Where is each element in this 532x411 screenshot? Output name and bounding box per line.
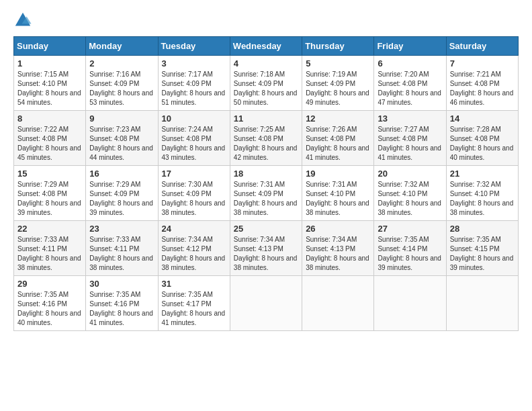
day-number: 13 [378,113,442,124]
day-info: Sunrise: 7:24 AMSunset: 4:08 PMDaylight:… [162,125,226,163]
day-number: 4 [234,58,298,68]
day-info: Sunrise: 7:20 AMSunset: 4:08 PMDaylight:… [378,70,442,107]
day-info: Sunrise: 7:31 AMSunset: 4:09 PMDaylight:… [234,180,298,218]
day-number: 14 [450,113,515,124]
day-info: Sunrise: 7:28 AMSunset: 4:08 PMDaylight:… [450,125,515,163]
calendar-table: SundayMondayTuesdayWednesdayThursdayFrid… [13,36,519,331]
calendar-cell: 3Sunrise: 7:17 AMSunset: 4:09 PMDaylight… [158,56,230,111]
day-info: Sunrise: 7:35 AMSunset: 4:16 PMDaylight:… [17,290,82,328]
calendar-cell: 21Sunrise: 7:32 AMSunset: 4:10 PMDayligh… [446,166,518,221]
calendar-header-wednesday: Wednesday [230,37,302,56]
calendar-header-thursday: Thursday [302,37,374,56]
day-info: Sunrise: 7:15 AMSunset: 4:10 PMDaylight:… [17,70,82,107]
calendar-week-row: 1Sunrise: 7:15 AMSunset: 4:10 PMDaylight… [14,56,519,111]
calendar-header-friday: Friday [374,37,446,56]
day-info: Sunrise: 7:19 AMSunset: 4:09 PMDaylight:… [306,70,370,107]
day-number: 30 [89,279,154,289]
calendar-cell: 20Sunrise: 7:32 AMSunset: 4:10 PMDayligh… [374,166,446,221]
day-info: Sunrise: 7:35 AMSunset: 4:16 PMDaylight:… [89,290,154,328]
day-info: Sunrise: 7:33 AMSunset: 4:11 PMDaylight:… [17,235,82,273]
calendar-cell: 2Sunrise: 7:16 AMSunset: 4:09 PMDaylight… [86,56,158,111]
day-number: 17 [162,169,226,179]
calendar-header-tuesday: Tuesday [158,37,230,56]
day-number: 1 [17,58,82,68]
day-number: 11 [234,113,298,124]
day-info: Sunrise: 7:30 AMSunset: 4:09 PMDaylight:… [162,180,226,218]
day-number: 2 [89,58,154,68]
day-number: 25 [234,224,298,234]
day-number: 10 [162,113,226,124]
calendar-cell: 15Sunrise: 7:29 AMSunset: 4:08 PMDayligh… [14,166,86,221]
day-info: Sunrise: 7:17 AMSunset: 4:09 PMDaylight:… [162,70,226,107]
day-info: Sunrise: 7:31 AMSunset: 4:10 PMDaylight:… [306,180,370,218]
day-info: Sunrise: 7:25 AMSunset: 4:08 PMDaylight:… [234,125,298,163]
page-header [13,11,519,30]
day-info: Sunrise: 7:26 AMSunset: 4:08 PMDaylight:… [306,125,370,163]
calendar-cell [446,276,518,331]
day-info: Sunrise: 7:35 AMSunset: 4:14 PMDaylight:… [378,235,442,273]
calendar-cell: 4Sunrise: 7:18 AMSunset: 4:09 PMDaylight… [230,56,302,111]
calendar-header-saturday: Saturday [446,37,518,56]
day-number: 22 [17,224,82,234]
calendar-cell: 12Sunrise: 7:26 AMSunset: 4:08 PMDayligh… [302,111,374,166]
calendar-cell [302,276,374,331]
day-number: 26 [306,224,370,234]
day-info: Sunrise: 7:34 AMSunset: 4:12 PMDaylight:… [162,235,226,273]
day-info: Sunrise: 7:16 AMSunset: 4:09 PMDaylight:… [89,70,154,107]
calendar-cell: 5Sunrise: 7:19 AMSunset: 4:09 PMDaylight… [302,56,374,111]
day-number: 21 [450,169,515,179]
day-number: 18 [234,169,298,179]
calendar-cell [374,276,446,331]
calendar-cell: 14Sunrise: 7:28 AMSunset: 4:08 PMDayligh… [446,111,518,166]
calendar-cell [230,276,302,331]
calendar-cell: 13Sunrise: 7:27 AMSunset: 4:08 PMDayligh… [374,111,446,166]
day-info: Sunrise: 7:34 AMSunset: 4:13 PMDaylight:… [306,235,370,273]
calendar-week-row: 8Sunrise: 7:22 AMSunset: 4:08 PMDaylight… [14,111,519,166]
day-info: Sunrise: 7:32 AMSunset: 4:10 PMDaylight:… [450,180,515,218]
day-number: 29 [17,279,82,289]
day-info: Sunrise: 7:32 AMSunset: 4:10 PMDaylight:… [378,180,442,218]
day-number: 23 [89,224,154,234]
day-info: Sunrise: 7:35 AMSunset: 4:17 PMDaylight:… [162,290,226,328]
calendar-week-row: 15Sunrise: 7:29 AMSunset: 4:08 PMDayligh… [14,166,519,221]
logo-icon [13,11,32,30]
calendar-body: 1Sunrise: 7:15 AMSunset: 4:10 PMDaylight… [14,56,519,331]
calendar-week-row: 22Sunrise: 7:33 AMSunset: 4:11 PMDayligh… [14,221,519,276]
calendar-header-sunday: Sunday [14,37,86,56]
day-number: 20 [378,169,442,179]
calendar-header-row: SundayMondayTuesdayWednesdayThursdayFrid… [14,37,519,56]
day-info: Sunrise: 7:21 AMSunset: 4:08 PMDaylight:… [450,70,515,107]
day-info: Sunrise: 7:35 AMSunset: 4:15 PMDaylight:… [450,235,515,273]
calendar-cell: 27Sunrise: 7:35 AMSunset: 4:14 PMDayligh… [374,221,446,276]
day-info: Sunrise: 7:29 AMSunset: 4:09 PMDaylight:… [89,180,154,218]
day-number: 5 [306,58,370,68]
calendar-cell: 8Sunrise: 7:22 AMSunset: 4:08 PMDaylight… [14,111,86,166]
day-number: 31 [162,279,226,289]
day-info: Sunrise: 7:34 AMSunset: 4:13 PMDaylight:… [234,235,298,273]
day-info: Sunrise: 7:23 AMSunset: 4:08 PMDaylight:… [89,125,154,163]
calendar-cell: 9Sunrise: 7:23 AMSunset: 4:08 PMDaylight… [86,111,158,166]
calendar-week-row: 29Sunrise: 7:35 AMSunset: 4:16 PMDayligh… [14,276,519,331]
logo [13,11,35,30]
calendar-cell: 25Sunrise: 7:34 AMSunset: 4:13 PMDayligh… [230,221,302,276]
calendar-cell: 17Sunrise: 7:30 AMSunset: 4:09 PMDayligh… [158,166,230,221]
calendar-cell: 18Sunrise: 7:31 AMSunset: 4:09 PMDayligh… [230,166,302,221]
day-number: 7 [450,58,515,68]
day-number: 8 [17,113,82,124]
day-number: 9 [89,113,154,124]
calendar-cell: 19Sunrise: 7:31 AMSunset: 4:10 PMDayligh… [302,166,374,221]
day-info: Sunrise: 7:22 AMSunset: 4:08 PMDaylight:… [17,125,82,163]
calendar-cell: 26Sunrise: 7:34 AMSunset: 4:13 PMDayligh… [302,221,374,276]
day-info: Sunrise: 7:27 AMSunset: 4:08 PMDaylight:… [378,125,442,163]
day-number: 24 [162,224,226,234]
calendar-cell: 10Sunrise: 7:24 AMSunset: 4:08 PMDayligh… [158,111,230,166]
calendar-header-monday: Monday [86,37,158,56]
calendar-cell: 22Sunrise: 7:33 AMSunset: 4:11 PMDayligh… [14,221,86,276]
day-number: 28 [450,224,515,234]
calendar-cell: 31Sunrise: 7:35 AMSunset: 4:17 PMDayligh… [158,276,230,331]
calendar-cell: 1Sunrise: 7:15 AMSunset: 4:10 PMDaylight… [14,56,86,111]
day-number: 27 [378,224,442,234]
calendar-cell: 7Sunrise: 7:21 AMSunset: 4:08 PMDaylight… [446,56,518,111]
calendar-cell: 29Sunrise: 7:35 AMSunset: 4:16 PMDayligh… [14,276,86,331]
day-info: Sunrise: 7:29 AMSunset: 4:08 PMDaylight:… [17,180,82,218]
